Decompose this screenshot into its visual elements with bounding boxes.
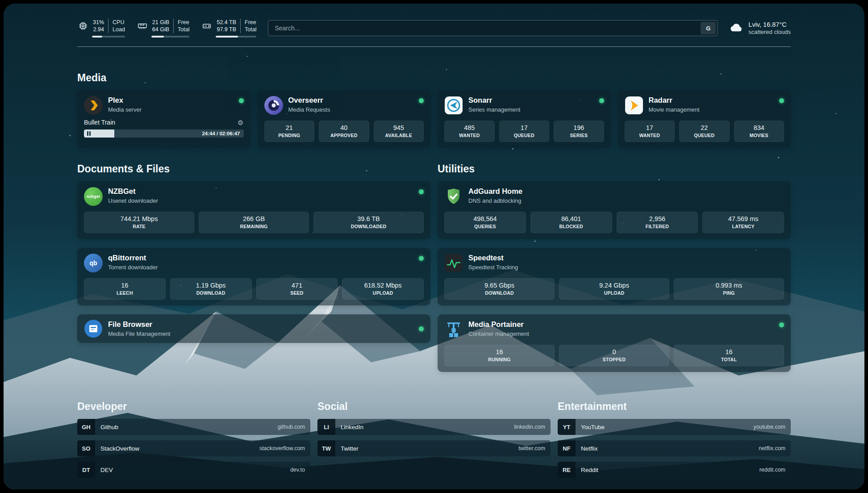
dashboard-content: 31% 2.94 CPU Load xyxy=(4,4,864,489)
bookmark-url: github.com xyxy=(278,424,305,430)
stat-value: 9.65 Gbps xyxy=(447,282,552,289)
search-input[interactable] xyxy=(268,20,718,36)
memory-progress-fill xyxy=(151,36,164,38)
nzbget-icon[interactable]: nzbget xyxy=(84,187,103,206)
stat-latency: 47.569 ms LATENCY xyxy=(702,212,784,233)
app-card-nzbget: nzbget NZBGet Usenet downloader 744.21 M… xyxy=(77,181,430,239)
app-name-portainer[interactable]: Media Portainer xyxy=(468,320,529,329)
stat-approved: 40 APPROVED xyxy=(319,121,369,142)
cpu-load-label: Load xyxy=(113,26,125,33)
bookmark-twitter[interactable]: TW Twitter twitter.com xyxy=(317,440,551,456)
overseerr-icon[interactable] xyxy=(264,96,283,115)
bookmark-reddit[interactable]: RE Reddit reddit.com xyxy=(558,462,791,478)
status-dot xyxy=(599,98,604,103)
stat-value: 16 xyxy=(676,348,782,355)
bookmark-url: stackoverflow.com xyxy=(259,445,305,451)
weather-condition: scattered clouds xyxy=(748,29,791,35)
speedtest-icon[interactable] xyxy=(444,254,463,272)
app-name-qbittorrent[interactable]: qBittorrent xyxy=(108,254,158,263)
app-name-radarr[interactable]: Radarr xyxy=(649,96,700,105)
stat-value: 2,956 xyxy=(619,215,696,222)
bookmark-github[interactable]: GH Github github.com xyxy=(77,419,310,435)
bookmark-name: LinkedIn xyxy=(341,424,363,430)
entertainment-section-title: Entertainment xyxy=(558,401,791,413)
nzbget-icon-label: nzbget xyxy=(87,194,100,199)
bookmark-linkedin[interactable]: LI LinkedIn linkedin.com xyxy=(317,419,551,435)
cpu-percent: 31% xyxy=(93,19,104,26)
stat-value: 21 xyxy=(267,124,313,131)
stat-label: QUEUED xyxy=(681,133,727,138)
stat-series: 196 SERIES xyxy=(554,121,604,142)
stat-rate: 744.21 Mbps RATE xyxy=(84,212,194,233)
portainer-icon[interactable] xyxy=(444,320,463,339)
stat-value: 744.21 Mbps xyxy=(86,215,192,222)
app-name-sonarr[interactable]: Sonarr xyxy=(468,96,520,105)
stat-label: SERIES xyxy=(556,133,602,138)
documents-section-title: Documents & Files xyxy=(77,163,430,175)
stat-value: 17 xyxy=(627,124,673,131)
memory-total-label: Total xyxy=(178,26,189,33)
bookmark-url: youtube.com xyxy=(753,424,785,430)
app-name-plex[interactable]: Plex xyxy=(108,96,142,105)
app-name-filebrowser[interactable]: File Browser xyxy=(108,320,170,329)
stat-pending: 21 PENDING xyxy=(264,121,315,142)
cpu-widget: 31% 2.94 CPU Load xyxy=(77,19,125,38)
search-engine-button[interactable]: G xyxy=(701,22,716,34)
bookmark-youtube[interactable]: YT YouTube youtube.com xyxy=(558,419,791,435)
stat-value: 17 xyxy=(501,124,547,131)
bookmark-dev[interactable]: DT DEV dev.to xyxy=(77,462,310,478)
stat-label: QUEUED xyxy=(501,133,547,138)
bookmark-stackoverflow[interactable]: SO StackOverflow stackoverflow.com xyxy=(77,440,310,456)
stat-label: SEED xyxy=(259,290,336,296)
radarr-icon[interactable] xyxy=(625,96,643,115)
sonarr-icon[interactable] xyxy=(444,96,463,115)
pause-button[interactable] xyxy=(87,131,91,136)
playback-progressbar: 24:44 / 02:06:47 xyxy=(84,130,244,138)
stat-label: LATENCY xyxy=(705,224,782,229)
app-subtitle-filebrowser: Media File Management xyxy=(108,330,170,337)
bookmark-url: dev.to xyxy=(290,467,305,473)
disk-progress-fill xyxy=(216,36,238,38)
twitter-badge: TW xyxy=(317,440,335,456)
stat-total: 16 TOTAL xyxy=(674,345,784,366)
filebrowser-icon[interactable] xyxy=(84,319,103,338)
stat-label: STOPPED xyxy=(561,357,667,362)
app-name-overseerr[interactable]: Overseerr xyxy=(288,96,330,105)
app-card-adguard: AdGuard Home DNS and adblocking 498,564 … xyxy=(438,181,791,239)
social-section-title: Social xyxy=(317,401,551,413)
stat-filtered: 2,956 FILTERED xyxy=(617,212,698,233)
bookmark-netflix[interactable]: NF Netflix netflix.com xyxy=(558,440,791,456)
stackoverflow-badge: SO xyxy=(77,440,95,456)
playback-time: 24:44 / 02:06:47 xyxy=(202,130,240,138)
stat-available: 945 AVAILABLE xyxy=(374,121,424,142)
stat-value: 22 xyxy=(681,124,727,131)
reddit-badge: RE xyxy=(558,462,576,478)
stat-queued: 17 QUEUED xyxy=(499,121,550,142)
stat-blocked: 86,401 BLOCKED xyxy=(530,212,612,233)
app-name-speedtest[interactable]: Speedtest xyxy=(468,254,518,263)
bookmark-group-developer: Developer GH Github github.com SO StackO… xyxy=(77,401,310,483)
stat-label: DOWNLOAD xyxy=(447,290,552,296)
media-grid: Plex Media server Bullet Train ⚙ 24:44 /… xyxy=(77,90,791,148)
disk-progressbar xyxy=(216,36,256,38)
app-name-adguard[interactable]: AdGuard Home xyxy=(468,187,522,196)
memory-widget: 21 GiB 64 GiB Free Total xyxy=(137,19,190,38)
stat-label: RUNNING xyxy=(447,357,552,362)
disk-icon xyxy=(201,21,213,31)
app-subtitle-radarr: Movie management xyxy=(649,106,700,113)
stat-label: WANTED xyxy=(627,133,673,138)
status-dot xyxy=(419,256,424,261)
plex-icon[interactable] xyxy=(84,96,103,115)
disk-widget: 52.4 TB 97.9 TB Free Total xyxy=(201,19,256,38)
app-subtitle-nzbget: Usenet downloader xyxy=(108,197,158,204)
stat-label: UPLOAD xyxy=(561,290,667,296)
gear-icon[interactable]: ⚙ xyxy=(238,119,243,126)
app-name-nzbget[interactable]: NZBGet xyxy=(108,187,158,196)
app-subtitle-plex: Media server xyxy=(108,106,142,113)
stat-label: FILTERED xyxy=(619,224,696,229)
stat-stopped: 0 STOPPED xyxy=(559,345,669,366)
utilities-section-title: Utilities xyxy=(438,163,791,175)
adguard-icon[interactable] xyxy=(444,187,463,206)
qbittorrent-icon[interactable]: qb xyxy=(84,254,103,272)
app-card-plex: Plex Media server Bullet Train ⚙ 24:44 /… xyxy=(77,90,250,148)
